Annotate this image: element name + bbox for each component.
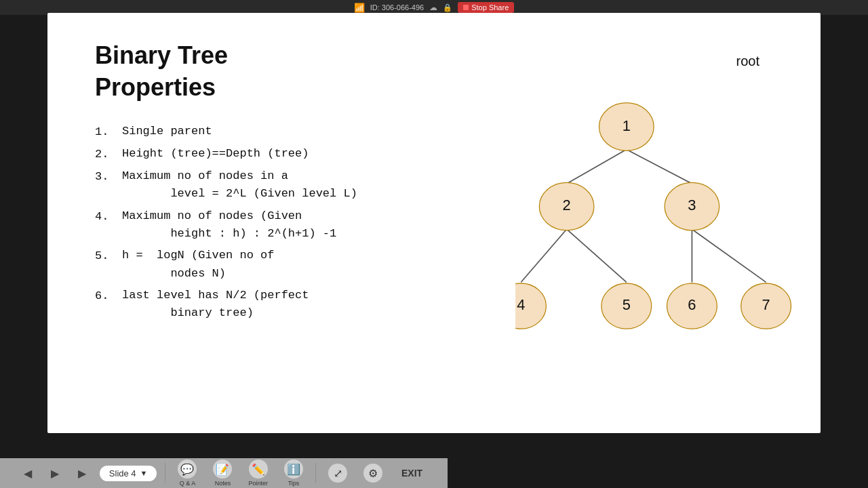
- list-text: Maximum no of nodes in a level = 2^L (Gi…: [122, 167, 357, 203]
- slide-right: root 1 2: [515, 40, 800, 413]
- prev-button[interactable]: ◀: [18, 464, 37, 483]
- next-button[interactable]: ▶: [73, 464, 92, 483]
- node-6-label: 6: [688, 296, 696, 313]
- list-text: Height (tree)==Depth (tree): [122, 145, 309, 163]
- list-num: 2.: [95, 145, 122, 163]
- edge-2-5: [567, 229, 627, 282]
- divider-1: [165, 463, 165, 483]
- slide-left: Binary Tree Properties 1. Single parent …: [95, 40, 515, 413]
- tips-label: Tips: [288, 480, 300, 487]
- qa-button[interactable]: 💬 Q & A: [174, 458, 201, 488]
- pointer-button[interactable]: ✏️ Pointer: [244, 458, 272, 488]
- list-item: 2. Height (tree)==Depth (tree): [95, 145, 515, 163]
- main-area: Binary Tree Properties 1. Single parent …: [0, 15, 868, 460]
- list-num: 6.: [95, 287, 122, 305]
- node-2-label: 2: [563, 197, 571, 214]
- qa-label: Q & A: [180, 480, 196, 487]
- node-4-label: 4: [517, 296, 525, 313]
- stop-dot: [463, 5, 469, 10]
- title-line1: Binary Tree: [95, 41, 228, 69]
- bottom-toolbar: ◀ ▶ ▶ Slide 4 ▼ 💬 Q & A 📝 Notes ✏️ Point…: [0, 458, 448, 488]
- notes-label: Notes: [215, 480, 231, 487]
- node-5-label: 5: [623, 296, 631, 313]
- stop-share-label: Stop Share: [471, 3, 509, 12]
- node-7-label: 7: [762, 296, 770, 313]
- cloud-icon: ☁: [429, 3, 437, 12]
- edge-1-3: [627, 150, 692, 184]
- tips-button[interactable]: ℹ️ Tips: [280, 458, 307, 488]
- stop-share-button[interactable]: Stop Share: [458, 2, 514, 13]
- signal-icon: 📶: [354, 3, 365, 13]
- play-button[interactable]: ▶: [45, 464, 64, 483]
- title-line2: Properties: [95, 73, 216, 101]
- list-item: 1. Single parent: [95, 123, 515, 141]
- node-1-label: 1: [623, 117, 631, 134]
- expand-button[interactable]: ⤢: [324, 462, 351, 484]
- notes-button[interactable]: 📝 Notes: [209, 458, 236, 488]
- divider-2: [315, 463, 316, 483]
- list-num: 1.: [95, 123, 122, 141]
- slide-dropdown-icon[interactable]: ▼: [140, 469, 148, 477]
- expand-icon: ⤢: [328, 464, 347, 483]
- slide-title: Binary Tree Properties: [95, 40, 515, 104]
- tree-svg: 1 2 3 4 5 6 7: [515, 40, 800, 413]
- pointer-label: Pointer: [248, 480, 268, 487]
- settings-icon: ⚙: [363, 464, 382, 483]
- exit-button[interactable]: EXIT: [395, 465, 429, 481]
- list-text: h = logN (Given no of nodes N): [122, 247, 274, 283]
- list-text: Single parent: [122, 123, 212, 140]
- edge-1-2: [567, 150, 627, 184]
- edge-3-7: [692, 229, 766, 282]
- list-num: 4.: [95, 207, 122, 226]
- edge-2-4: [521, 229, 566, 282]
- topbar-center: 📶 ID: 306-066-496 ☁ 🔒 Stop Share: [354, 2, 515, 13]
- properties-list: 1. Single parent 2. Height (tree)==Depth…: [95, 123, 515, 323]
- slide-indicator: Slide 4 ▼: [100, 466, 157, 481]
- list-text: last level has N/2 (perfect binary tree): [122, 287, 309, 323]
- slide: Binary Tree Properties 1. Single parent …: [47, 13, 821, 433]
- settings-button[interactable]: ⚙: [359, 462, 387, 484]
- qa-icon: 💬: [178, 460, 197, 479]
- list-item: 6. last level has N/2 (perfect binary tr…: [95, 287, 515, 323]
- list-num: 3.: [95, 167, 122, 186]
- list-item: 4. Maximum no of nodes (Given height : h…: [95, 207, 515, 243]
- node-3-label: 3: [688, 197, 696, 214]
- list-text: Maximum no of nodes (Given height : h) :…: [122, 207, 336, 243]
- list-item: 3. Maximum no of nodes in a level = 2^L …: [95, 167, 515, 203]
- notes-icon: 📝: [213, 460, 232, 479]
- list-item: 5. h = logN (Given no of nodes N): [95, 247, 515, 283]
- lock-icon: 🔒: [443, 3, 452, 12]
- tips-icon: ℹ️: [284, 460, 303, 479]
- session-id: ID: 306-066-496: [370, 3, 425, 12]
- slide-label: Slide 4: [109, 468, 136, 479]
- list-num: 5.: [95, 247, 122, 265]
- pointer-icon: ✏️: [249, 460, 268, 479]
